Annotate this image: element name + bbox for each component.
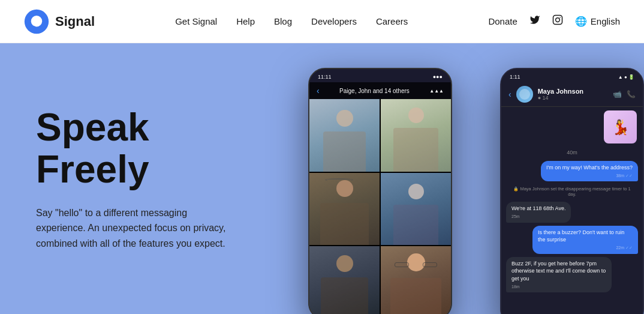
hero-title: Speak Freely	[36, 106, 228, 191]
video-cell-3	[309, 173, 380, 246]
signal-logo-icon	[24, 9, 49, 34]
contact-name: Maya Johnson	[538, 88, 608, 95]
navbar: Signal Get Signal Help Blog Developers C…	[0, 0, 644, 43]
nav-careers[interactable]: Careers	[376, 16, 408, 26]
msg-meta-2: 25m	[511, 214, 565, 220]
group-name: Paige, John and 14 others	[339, 88, 410, 94]
msg-bubble-sent-2: Is there a buzzer? Don't want to ruin th…	[532, 226, 638, 254]
msg-meta-4: 18m	[511, 284, 606, 290]
msg-bubble-recv-2: Buzz 2F, if you get here before 7pm othe…	[506, 257, 612, 293]
language-label: English	[591, 16, 620, 26]
phone-right: 1:11 ▲ ● 🔋 ‹ Maya Johnson ● 14	[500, 68, 644, 314]
phones-illustration: 11:11 ●●● ‹ Paige, John and 14 others ▲▲…	[272, 43, 644, 314]
nav-right: Donate 🌐 English	[488, 14, 620, 28]
globe-icon: 🌐	[575, 16, 587, 27]
signal-bars: ▲▲▲	[429, 88, 444, 94]
video-cell-1	[309, 99, 380, 172]
video-call-icon[interactable]: 📹	[613, 90, 622, 98]
chat-header-info: Maya Johnson ● 14	[538, 88, 608, 101]
twitter-icon	[529, 14, 540, 25]
msg-meta-1: 38m✓✓	[546, 173, 633, 179]
msg-bubble-sent-1: I'm on my way! What's the address? 38m✓✓	[541, 161, 638, 181]
video-grid	[309, 99, 451, 314]
video-header: ‹ Paige, John and 14 others ▲▲▲	[309, 82, 451, 99]
msg-meta-3: 22m✓✓	[538, 245, 633, 251]
chat-signal-icons: ▲ ● 🔋	[618, 74, 634, 80]
hero-content: Speak Freely Say "hello" to a different …	[36, 106, 228, 252]
video-cell-4	[381, 173, 451, 246]
chat-sticker: 💃	[604, 110, 637, 143]
video-cell-5	[309, 246, 380, 314]
svg-point-4	[555, 18, 559, 22]
msg-time-40m: 40m	[506, 149, 638, 155]
twitter-link[interactable]	[529, 14, 540, 28]
brand-name: Signal	[55, 14, 95, 29]
phone-left-signal: ●●●	[433, 74, 443, 80]
nav-links: Get Signal Help Blog Developers Careers	[175, 16, 408, 27]
disappear-notice: 🔒 Maya Johnson set the disappearing mess…	[506, 184, 638, 199]
chat-time: 1:11	[510, 74, 520, 80]
hero-section: Speak Freely Say "hello" to a different …	[0, 43, 644, 314]
logo-link[interactable]: Signal	[24, 9, 95, 34]
svg-point-5	[559, 17, 561, 18]
chat-back-button[interactable]: ‹	[508, 89, 511, 99]
instagram-icon	[552, 14, 563, 25]
svg-point-1	[31, 15, 42, 26]
phone-left-status-bar: 11:11 ●●●	[309, 69, 451, 82]
instagram-link[interactable]	[552, 14, 563, 28]
hero-description: Say "hello" to a different messaging exp…	[36, 205, 228, 252]
chat-header: ‹ Maya Johnson ● 14 📹 📞	[501, 82, 643, 107]
nav-blog[interactable]: Blog	[274, 16, 292, 26]
nav-help[interactable]: Help	[236, 16, 255, 26]
phone-left: 11:11 ●●● ‹ Paige, John and 14 others ▲▲…	[308, 68, 452, 314]
back-button: ‹	[317, 86, 320, 95]
chat-status-bar: 1:11 ▲ ● 🔋	[501, 69, 643, 82]
language-selector[interactable]: 🌐 English	[575, 16, 620, 27]
msg-bubble-recv-1: We're at 118 68th Ave. 25m	[506, 202, 571, 222]
chat-header-actions: 📹 📞	[613, 90, 636, 98]
nav-developers[interactable]: Developers	[311, 16, 357, 26]
voice-call-icon[interactable]: 📞	[627, 90, 636, 98]
contact-count: ● 14	[538, 95, 608, 101]
chat-sticker-area: 💃	[501, 107, 643, 143]
video-cell-6	[381, 246, 451, 314]
donate-link[interactable]: Donate	[488, 16, 517, 26]
video-cell-2	[381, 99, 451, 172]
chat-messages: 40m I'm on my way! What's the address? 3…	[501, 143, 643, 314]
svg-rect-3	[553, 16, 562, 25]
nav-get-signal[interactable]: Get Signal	[175, 16, 217, 26]
contact-avatar	[516, 86, 533, 103]
phone-left-time: 11:11	[318, 74, 332, 80]
